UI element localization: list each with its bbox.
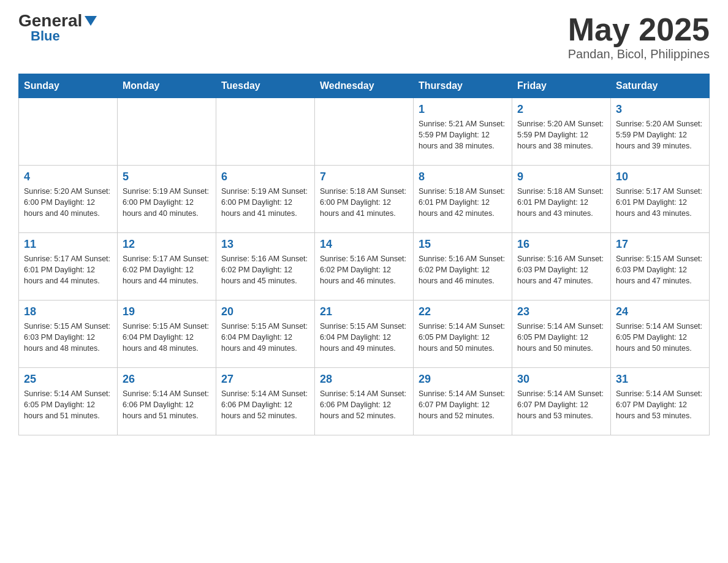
day-number: 19 <box>123 305 211 318</box>
day-number: 18 <box>24 305 112 318</box>
calendar-cell: 28Sunrise: 5:14 AM Sunset: 6:06 PM Dayli… <box>315 368 414 435</box>
day-of-week-header: Wednesday <box>315 74 414 98</box>
calendar-cell: 4Sunrise: 5:20 AM Sunset: 6:00 PM Daylig… <box>19 166 118 233</box>
calendar-cell: 26Sunrise: 5:14 AM Sunset: 6:06 PM Dayli… <box>118 368 216 435</box>
calendar-cell: 3Sunrise: 5:20 AM Sunset: 5:59 PM Daylig… <box>611 98 710 166</box>
day-info: Sunrise: 5:14 AM Sunset: 6:06 PM Dayligh… <box>123 388 211 421</box>
day-info: Sunrise: 5:16 AM Sunset: 6:03 PM Dayligh… <box>517 253 605 286</box>
day-info: Sunrise: 5:15 AM Sunset: 6:04 PM Dayligh… <box>221 321 309 354</box>
day-of-week-header: Sunday <box>19 74 118 98</box>
day-number: 21 <box>320 305 408 318</box>
day-info: Sunrise: 5:14 AM Sunset: 6:07 PM Dayligh… <box>517 388 605 421</box>
day-number: 28 <box>320 373 408 386</box>
logo: General Blue <box>18 12 97 43</box>
location-subtitle: Pandan, Bicol, Philippines <box>568 47 710 61</box>
month-year-title: May 2025 <box>568 12 710 47</box>
calendar-cell <box>315 98 414 166</box>
calendar-cell: 13Sunrise: 5:16 AM Sunset: 6:02 PM Dayli… <box>216 233 315 301</box>
calendar-cell: 15Sunrise: 5:16 AM Sunset: 6:02 PM Dayli… <box>414 233 512 301</box>
day-info: Sunrise: 5:15 AM Sunset: 6:03 PM Dayligh… <box>24 321 112 354</box>
day-info: Sunrise: 5:14 AM Sunset: 6:05 PM Dayligh… <box>517 321 605 354</box>
day-info: Sunrise: 5:18 AM Sunset: 6:01 PM Dayligh… <box>419 186 507 219</box>
day-number: 20 <box>221 305 309 318</box>
logo-general-text: General <box>18 12 82 29</box>
day-number: 2 <box>517 103 605 116</box>
day-number: 17 <box>616 238 704 251</box>
calendar-week-row: 4Sunrise: 5:20 AM Sunset: 6:00 PM Daylig… <box>19 166 710 233</box>
day-info: Sunrise: 5:16 AM Sunset: 6:02 PM Dayligh… <box>419 253 507 286</box>
calendar-cell: 27Sunrise: 5:14 AM Sunset: 6:06 PM Dayli… <box>216 368 315 435</box>
calendar-cell <box>19 98 118 166</box>
day-of-week-header: Saturday <box>611 74 710 98</box>
day-number: 11 <box>24 238 112 251</box>
page-header: General Blue May 2025 Pandan, Bicol, Phi… <box>18 12 710 61</box>
calendar-cell <box>118 98 216 166</box>
calendar-header-row: SundayMondayTuesdayWednesdayThursdayFrid… <box>19 74 710 98</box>
day-info: Sunrise: 5:14 AM Sunset: 6:06 PM Dayligh… <box>320 388 408 421</box>
calendar-cell: 18Sunrise: 5:15 AM Sunset: 6:03 PM Dayli… <box>19 301 118 368</box>
day-info: Sunrise: 5:18 AM Sunset: 6:01 PM Dayligh… <box>517 186 605 219</box>
calendar-cell: 1Sunrise: 5:21 AM Sunset: 5:59 PM Daylig… <box>414 98 512 166</box>
day-info: Sunrise: 5:16 AM Sunset: 6:02 PM Dayligh… <box>320 253 408 286</box>
day-number: 3 <box>616 103 704 116</box>
calendar-week-row: 18Sunrise: 5:15 AM Sunset: 6:03 PM Dayli… <box>19 301 710 368</box>
day-info: Sunrise: 5:14 AM Sunset: 6:05 PM Dayligh… <box>419 321 507 354</box>
day-info: Sunrise: 5:15 AM Sunset: 6:04 PM Dayligh… <box>123 321 211 354</box>
calendar-week-row: 1Sunrise: 5:21 AM Sunset: 5:59 PM Daylig… <box>19 98 710 166</box>
day-number: 22 <box>419 305 507 318</box>
day-info: Sunrise: 5:19 AM Sunset: 6:00 PM Dayligh… <box>221 186 309 219</box>
calendar-cell: 25Sunrise: 5:14 AM Sunset: 6:05 PM Dayli… <box>19 368 118 435</box>
calendar-cell: 29Sunrise: 5:14 AM Sunset: 6:07 PM Dayli… <box>414 368 512 435</box>
day-info: Sunrise: 5:20 AM Sunset: 5:59 PM Dayligh… <box>517 118 605 151</box>
logo-triangle-icon <box>85 16 97 26</box>
calendar-cell: 20Sunrise: 5:15 AM Sunset: 6:04 PM Dayli… <box>216 301 315 368</box>
day-number: 1 <box>419 103 507 116</box>
day-info: Sunrise: 5:20 AM Sunset: 6:00 PM Dayligh… <box>24 186 112 219</box>
day-number: 15 <box>419 238 507 251</box>
day-number: 25 <box>24 373 112 386</box>
calendar-cell: 11Sunrise: 5:17 AM Sunset: 6:01 PM Dayli… <box>19 233 118 301</box>
calendar-cell: 31Sunrise: 5:14 AM Sunset: 6:07 PM Dayli… <box>611 368 710 435</box>
calendar-cell: 8Sunrise: 5:18 AM Sunset: 6:01 PM Daylig… <box>414 166 512 233</box>
day-number: 8 <box>419 170 507 183</box>
day-number: 24 <box>616 305 704 318</box>
calendar-cell: 19Sunrise: 5:15 AM Sunset: 6:04 PM Dayli… <box>118 301 216 368</box>
calendar-cell: 14Sunrise: 5:16 AM Sunset: 6:02 PM Dayli… <box>315 233 414 301</box>
day-info: Sunrise: 5:14 AM Sunset: 6:06 PM Dayligh… <box>221 388 309 421</box>
calendar-cell: 5Sunrise: 5:19 AM Sunset: 6:00 PM Daylig… <box>118 166 216 233</box>
calendar-cell: 16Sunrise: 5:16 AM Sunset: 6:03 PM Dayli… <box>512 233 611 301</box>
day-of-week-header: Monday <box>118 74 216 98</box>
day-number: 13 <box>221 238 309 251</box>
day-number: 9 <box>517 170 605 183</box>
calendar-cell <box>216 98 315 166</box>
day-number: 31 <box>616 373 704 386</box>
day-number: 6 <box>221 170 309 183</box>
day-info: Sunrise: 5:21 AM Sunset: 5:59 PM Dayligh… <box>419 118 507 151</box>
day-info: Sunrise: 5:14 AM Sunset: 6:07 PM Dayligh… <box>419 388 507 421</box>
day-info: Sunrise: 5:15 AM Sunset: 6:04 PM Dayligh… <box>320 321 408 354</box>
calendar-table: SundayMondayTuesdayWednesdayThursdayFrid… <box>18 74 710 435</box>
day-number: 30 <box>517 373 605 386</box>
calendar-cell: 7Sunrise: 5:18 AM Sunset: 6:00 PM Daylig… <box>315 166 414 233</box>
day-info: Sunrise: 5:19 AM Sunset: 6:00 PM Dayligh… <box>123 186 211 219</box>
day-number: 14 <box>320 238 408 251</box>
calendar-cell: 22Sunrise: 5:14 AM Sunset: 6:05 PM Dayli… <box>414 301 512 368</box>
day-number: 10 <box>616 170 704 183</box>
day-number: 12 <box>123 238 211 251</box>
calendar-cell: 17Sunrise: 5:15 AM Sunset: 6:03 PM Dayli… <box>611 233 710 301</box>
calendar-cell: 12Sunrise: 5:17 AM Sunset: 6:02 PM Dayli… <box>118 233 216 301</box>
day-info: Sunrise: 5:16 AM Sunset: 6:02 PM Dayligh… <box>221 253 309 286</box>
day-number: 4 <box>24 170 112 183</box>
calendar-cell: 2Sunrise: 5:20 AM Sunset: 5:59 PM Daylig… <box>512 98 611 166</box>
day-number: 29 <box>419 373 507 386</box>
calendar-cell: 9Sunrise: 5:18 AM Sunset: 6:01 PM Daylig… <box>512 166 611 233</box>
logo-blue-text: Blue <box>31 29 60 43</box>
day-of-week-header: Tuesday <box>216 74 315 98</box>
calendar-week-row: 11Sunrise: 5:17 AM Sunset: 6:01 PM Dayli… <box>19 233 710 301</box>
day-info: Sunrise: 5:20 AM Sunset: 5:59 PM Dayligh… <box>616 118 704 151</box>
day-number: 23 <box>517 305 605 318</box>
day-of-week-header: Thursday <box>414 74 512 98</box>
calendar-cell: 6Sunrise: 5:19 AM Sunset: 6:00 PM Daylig… <box>216 166 315 233</box>
day-number: 16 <box>517 238 605 251</box>
day-info: Sunrise: 5:14 AM Sunset: 6:05 PM Dayligh… <box>616 321 704 354</box>
